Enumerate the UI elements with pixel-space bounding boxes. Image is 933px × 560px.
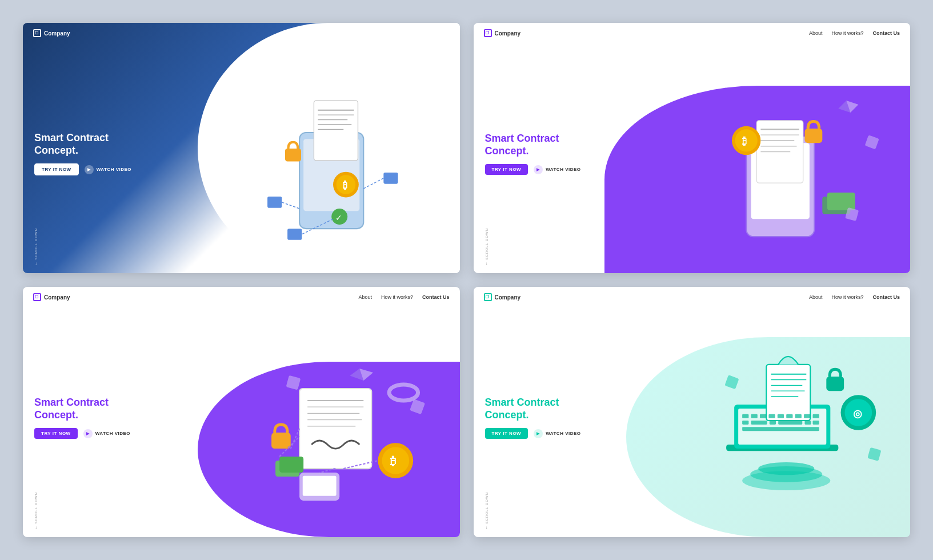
- nav-how-card3[interactable]: How it works?: [381, 294, 413, 300]
- svg-text:₿: ₿: [390, 455, 396, 467]
- nav-card2: Company About How it works? Contact Us: [474, 23, 911, 43]
- logo-icon-card1: [33, 29, 41, 37]
- nav-about-card1[interactable]: About: [358, 30, 372, 36]
- try-button-card4[interactable]: TRY IT NOW: [485, 428, 528, 439]
- illus-svg-card4: ◎: [670, 304, 910, 537]
- scroll-down-card1[interactable]: SCROLL DOWN ↓: [34, 228, 38, 266]
- nav-how-card2[interactable]: How it works?: [831, 30, 863, 36]
- logo-icon-card3: [33, 293, 41, 301]
- svg-rect-14: [267, 197, 282, 208]
- logo-card1: Company: [33, 29, 70, 37]
- try-button-card1[interactable]: TRY IT NOW: [34, 163, 79, 175]
- svg-rect-36: [864, 135, 879, 149]
- card-teal: Company About How it works? Contact Us S…: [474, 287, 911, 537]
- card-purple2: Company About How it works? Contact Us S…: [23, 287, 460, 537]
- svg-rect-83: [777, 414, 783, 418]
- logo-text-card4: Company: [495, 294, 521, 301]
- svg-rect-82: [768, 414, 775, 418]
- svg-rect-79: [742, 414, 748, 418]
- logo-text-card2: Company: [495, 30, 521, 37]
- scroll-down-card3[interactable]: SCROLL DOWN ↓: [34, 492, 38, 530]
- nav-card4: Company About How it works? Contact Us: [474, 287, 911, 307]
- illus-svg-card1: ₿ ✓: [219, 40, 459, 273]
- svg-rect-51: [279, 457, 303, 473]
- watch-button-card2[interactable]: ▶ WATCH VIDEO: [534, 165, 580, 174]
- svg-rect-85: [795, 414, 801, 418]
- nav-contact-card1[interactable]: Contact Us: [422, 30, 450, 36]
- svg-text:✓: ✓: [335, 213, 342, 222]
- svg-rect-89: [751, 421, 767, 425]
- play-icon-card4: ▶: [534, 429, 543, 438]
- nav-links-card4: About How it works? Contact Us: [809, 294, 900, 300]
- nav-contact-card2[interactable]: Contact Us: [872, 30, 900, 36]
- svg-rect-92: [804, 421, 811, 425]
- try-button-card3[interactable]: TRY IT NOW: [34, 428, 78, 439]
- scroll-arrow-card2: ↓: [486, 261, 488, 266]
- logo-card2: Company: [484, 29, 521, 37]
- illustration-card3: ₿: [219, 304, 459, 537]
- watch-button-card4[interactable]: ▶ WATCH VIDEO: [534, 429, 580, 438]
- svg-rect-64: [766, 365, 810, 421]
- svg-rect-47: [271, 433, 291, 449]
- svg-rect-78: [867, 447, 881, 461]
- nav-contact-card3[interactable]: Contact Us: [422, 294, 450, 300]
- card-blue: Company About How it works? Contact Us S…: [23, 23, 460, 273]
- illus-svg-card3: ₿: [219, 304, 459, 537]
- scroll-text-card2: SCROLL DOWN: [485, 228, 488, 259]
- nav-links-card2: About How it works? Contact Us: [809, 30, 900, 36]
- svg-point-76: [758, 462, 814, 475]
- svg-rect-15: [383, 173, 398, 184]
- nav-about-card2[interactable]: About: [809, 30, 823, 36]
- nav-how-card1[interactable]: How it works?: [381, 30, 413, 36]
- svg-rect-73: [826, 377, 844, 391]
- play-icon-card3: ▶: [83, 429, 93, 438]
- svg-rect-53: [286, 375, 301, 390]
- svg-rect-11: [285, 149, 301, 161]
- main-grid: Company About How it works? Contact Us S…: [0, 0, 933, 560]
- svg-rect-49: [303, 476, 337, 496]
- scroll-down-card2[interactable]: SCROLL DOWN ↓: [485, 228, 488, 266]
- play-icon-card1: ▶: [85, 165, 94, 174]
- nav-how-card4[interactable]: How it works?: [831, 294, 863, 300]
- svg-rect-35: [827, 193, 855, 210]
- watch-button-card1[interactable]: ▶ WATCH VIDEO: [85, 165, 131, 174]
- illustration-card4: ◎: [670, 304, 910, 537]
- watch-button-card3[interactable]: ▶ WATCH VIDEO: [83, 429, 130, 438]
- svg-text:₿: ₿: [343, 180, 347, 191]
- nav-about-card3[interactable]: About: [358, 294, 372, 300]
- svg-text:₿: ₿: [742, 136, 747, 147]
- scroll-text-card1: SCROLL DOWN: [34, 228, 38, 259]
- card-purple: Company About How it works? Contact Us S…: [474, 23, 911, 273]
- illustration-card1: ₿ ✓: [219, 40, 459, 273]
- svg-text:◎: ◎: [852, 408, 862, 419]
- svg-rect-91: [778, 421, 802, 425]
- scroll-arrow-card3: ↓: [35, 525, 37, 530]
- nav-links-card3: About How it works? Contact Us: [358, 294, 449, 300]
- scroll-text-card4: SCROLL DOWN: [485, 492, 488, 523]
- svg-line-17: [282, 202, 299, 209]
- logo-card3: Company: [33, 293, 70, 301]
- svg-rect-86: [804, 414, 810, 418]
- nav-contact-card4[interactable]: Contact Us: [872, 294, 900, 300]
- svg-rect-31: [804, 129, 822, 143]
- try-button-card2[interactable]: TRY IT NOW: [485, 164, 528, 175]
- scroll-arrow-card1: ↓: [35, 261, 37, 266]
- svg-rect-93: [812, 421, 819, 425]
- illustration-card2: ₿: [670, 40, 910, 273]
- illus-svg-card2: ₿: [670, 40, 910, 273]
- play-icon-card2: ▶: [534, 165, 543, 174]
- svg-rect-88: [742, 421, 748, 425]
- svg-rect-94: [742, 427, 819, 431]
- nav-card1: Company About How it works? Contact Us: [23, 23, 460, 43]
- svg-rect-80: [751, 414, 757, 418]
- logo-icon-card2: [484, 29, 492, 37]
- scroll-down-card4[interactable]: SCROLL DOWN ↓: [485, 492, 488, 530]
- nav-about-card4[interactable]: About: [809, 294, 823, 300]
- nav-card3: Company About How it works? Contact Us: [23, 287, 460, 307]
- svg-line-18: [363, 178, 383, 189]
- svg-rect-81: [760, 414, 766, 418]
- logo-card4: Company: [484, 293, 521, 301]
- svg-rect-52: [410, 399, 425, 414]
- nav-links-card1: About How it works? Contact Us: [358, 30, 449, 36]
- svg-point-60: [389, 385, 418, 401]
